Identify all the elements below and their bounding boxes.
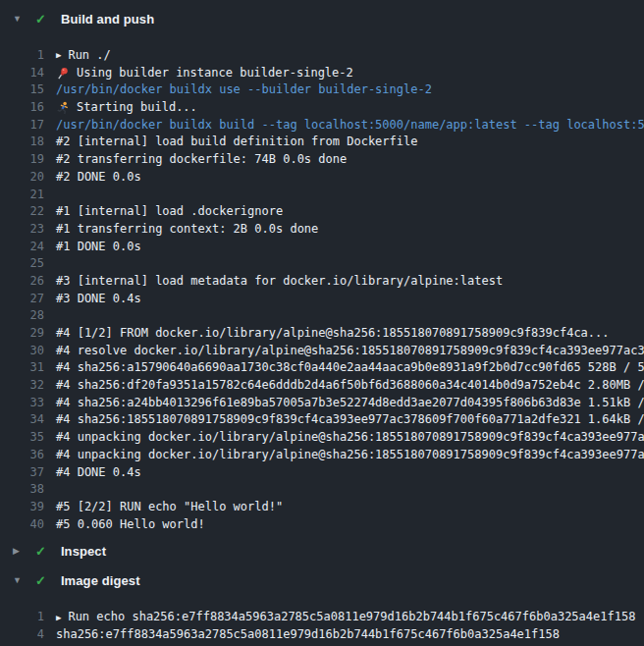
log-line[interactable]: 20#2 DONE 0.0s	[0, 169, 644, 187]
log-line[interactable]: 31#4 sha256:a15790640a6690aa1730c38cf0a4…	[0, 359, 644, 377]
line-number[interactable]: 18	[0, 134, 56, 151]
log-text: #4 sha256:a15790640a6690aa1730c38cf0a440…	[56, 359, 644, 377]
section-title: Build and push	[61, 12, 154, 27]
check-icon: ✓	[35, 574, 46, 587]
log-text: #4 DONE 0.4s	[56, 464, 141, 482]
line-number[interactable]: 34	[0, 411, 56, 429]
line-number[interactable]: 19	[0, 151, 56, 169]
log-line[interactable]: 18#2 [internal] load build definition fr…	[0, 134, 644, 151]
log-line[interactable]: 17/usr/bin/docker buildx build --tag loc…	[0, 117, 644, 135]
line-number[interactable]: 16	[0, 99, 56, 117]
line-number[interactable]: 21	[0, 187, 56, 204]
log-line[interactable]: 4sha256:e7ff8834a5963a2785c5a0811e979d16…	[0, 626, 644, 644]
line-number[interactable]: 39	[0, 499, 56, 516]
log-text: Using builder instance builder-single-2	[77, 65, 353, 82]
line-number[interactable]: 31	[0, 359, 56, 377]
section-lines: 1▶Run ./14Using builder instance builder…	[0, 47, 644, 533]
log-text: #1 transferring context: 2B 0.0s done	[56, 221, 318, 239]
line-number[interactable]: 28	[0, 307, 56, 325]
log-line[interactable]: 30#4 resolve docker.io/library/alpine@sh…	[0, 343, 644, 360]
line-number[interactable]: 23	[0, 221, 56, 239]
line-number[interactable]: 4	[0, 626, 56, 644]
log-line[interactable]: 29#4 [1/2] FROM docker.io/library/alpine…	[0, 325, 644, 343]
log-text: Run ./	[68, 47, 110, 65]
chevron-down-icon: ▼	[13, 15, 25, 24]
log-line[interactable]: 1▶Run echo sha256:e7ff8834a5963a2785c5a0…	[0, 609, 644, 626]
log-text: Starting build...	[77, 99, 197, 117]
log-line[interactable]: 23#1 transferring context: 2B 0.0s done	[0, 221, 644, 239]
log-text: #5 0.060 Hello world!	[56, 516, 205, 534]
log-text: #4 unpacking docker.io/library/alpine@sh…	[56, 429, 644, 447]
runner-icon	[56, 101, 70, 115]
line-number[interactable]: 20	[0, 169, 56, 187]
section-header-inspect[interactable]: ▶✓Inspect	[0, 539, 644, 563]
line-number[interactable]: 1	[0, 47, 56, 65]
check-icon: ✓	[35, 13, 46, 26]
line-number[interactable]: 24	[0, 239, 56, 256]
log-line[interactable]: 19#2 transferring dockerfile: 74B 0.0s d…	[0, 151, 644, 169]
log-line[interactable]: 40#5 0.060 Hello world!	[0, 516, 644, 534]
log-text: #3 [internal] load metadata for docker.i…	[56, 273, 503, 291]
log-line[interactable]: 1▶Run ./	[0, 47, 644, 65]
log-line[interactable]: 22#1 [internal] load .dockerignore	[0, 203, 644, 221]
line-number[interactable]: 33	[0, 395, 56, 412]
log-line[interactable]: 15/usr/bin/docker buildx use --builder b…	[0, 81, 644, 99]
line-number[interactable]: 17	[0, 117, 56, 135]
log-line[interactable]: 16Starting build...	[0, 99, 644, 117]
section-title: Image digest	[61, 573, 140, 588]
section-lines: 1▶Run echo sha256:e7ff8834a5963a2785c5a0…	[0, 609, 644, 643]
log-text: #4 [1/2] FROM docker.io/library/alpine@s…	[56, 325, 610, 343]
line-number[interactable]: 36	[0, 447, 56, 464]
log-text: /usr/bin/docker buildx build --tag local…	[56, 117, 644, 135]
line-number[interactable]: 35	[0, 429, 56, 447]
section-title: Inspect	[61, 544, 106, 559]
log-text: #5 [2/2] RUN echo "Hello world!"	[56, 499, 283, 516]
log-text: #1 [internal] load .dockerignore	[56, 203, 283, 221]
log-text: #3 DONE 0.4s	[56, 291, 141, 308]
expand-run-group-icon[interactable]: ▶	[56, 51, 61, 60]
log-text: #4 sha256:a24bb4013296f61e89ba57005a7b3e…	[56, 395, 644, 412]
log-text: #4 resolve docker.io/library/alpine@sha2…	[56, 343, 644, 360]
log-section-inspect: ▶✓Inspect	[0, 539, 644, 563]
section-header-image-digest[interactable]: ▼✓Image digest	[0, 568, 644, 592]
line-number[interactable]: 40	[0, 516, 56, 534]
log-text: #2 DONE 0.0s	[56, 169, 141, 187]
log-line[interactable]: 28	[0, 307, 644, 325]
line-number[interactable]: 15	[0, 81, 56, 99]
line-number[interactable]: 32	[0, 377, 56, 395]
log-section-build-and-push: ▼✓Build and push1▶Run ./14Using builder …	[0, 7, 644, 533]
log-line[interactable]: 39#5 [2/2] RUN echo "Hello world!"	[0, 499, 644, 516]
line-number[interactable]: 14	[0, 65, 56, 82]
log-line[interactable]: 24#1 DONE 0.0s	[0, 239, 644, 256]
log-line[interactable]: 38	[0, 481, 644, 499]
line-number[interactable]: 1	[0, 609, 56, 626]
line-number[interactable]: 27	[0, 291, 56, 308]
line-number[interactable]: 30	[0, 343, 56, 360]
line-number[interactable]: 37	[0, 464, 56, 482]
log-line[interactable]: 33#4 sha256:a24bb4013296f61e89ba57005a7b…	[0, 395, 644, 412]
expand-run-group-icon[interactable]: ▶	[56, 614, 61, 622]
log-line[interactable]: 32#4 sha256:df20fa9351a15782c64e6dddb2d4…	[0, 377, 644, 395]
log-line[interactable]: 36#4 unpacking docker.io/library/alpine@…	[0, 447, 644, 464]
log-text: /usr/bin/docker buildx use --builder bui…	[56, 81, 432, 99]
log-section-image-digest: ▼✓Image digest1▶Run echo sha256:e7ff8834…	[0, 568, 644, 643]
log-line[interactable]: 34#4 sha256:185518070891758909c9f839cf4c…	[0, 411, 644, 429]
workflow-log-viewer: ▼✓Build and push1▶Run ./14Using builder …	[0, 0, 644, 646]
chevron-down-icon: ▼	[13, 576, 25, 585]
line-number[interactable]: 25	[0, 255, 56, 273]
log-line[interactable]: 21	[0, 187, 644, 204]
log-text: #4 unpacking docker.io/library/alpine@sh…	[56, 447, 644, 464]
line-number[interactable]: 29	[0, 325, 56, 343]
log-line[interactable]: 37#4 DONE 0.4s	[0, 464, 644, 482]
line-number[interactable]: 38	[0, 481, 56, 499]
log-line[interactable]: 35#4 unpacking docker.io/library/alpine@…	[0, 429, 644, 447]
line-number[interactable]: 26	[0, 273, 56, 291]
log-line[interactable]: 26#3 [internal] load metadata for docker…	[0, 273, 644, 291]
log-line[interactable]: 25	[0, 255, 644, 273]
section-header-build-and-push[interactable]: ▼✓Build and push	[0, 7, 644, 30]
line-number[interactable]: 22	[0, 203, 56, 221]
log-line[interactable]: 14Using builder instance builder-single-…	[0, 65, 644, 82]
chevron-right-icon: ▶	[13, 547, 25, 556]
log-text: #4 sha256:185518070891758909c9f839cf4ca3…	[56, 411, 644, 429]
log-line[interactable]: 27#3 DONE 0.4s	[0, 291, 644, 308]
